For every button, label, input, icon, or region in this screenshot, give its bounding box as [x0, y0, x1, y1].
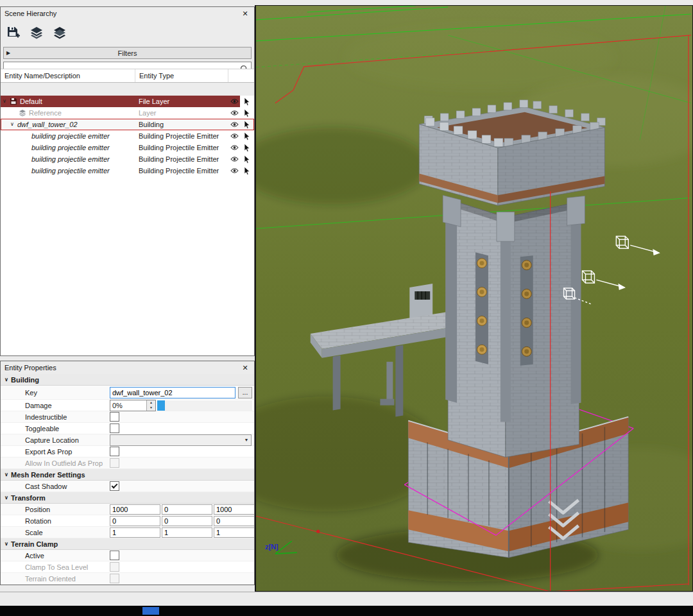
property-row-cast-shadow: Cast Shadow — [1, 481, 254, 492]
terrain-oriented-checkbox — [110, 574, 119, 583]
chevron-down-icon: ▼ — [242, 438, 251, 442]
tree-row-reference[interactable]: Reference Layer — [1, 107, 254, 119]
damage-slider[interactable] — [157, 400, 252, 411]
filters-expander-icon[interactable]: ▶ — [6, 51, 10, 56]
property-row-toggleable: Toggleable — [1, 423, 254, 434]
remove-layer-icon[interactable] — [52, 25, 67, 40]
row-name: building projectile emitter — [30, 144, 110, 151]
tree-column-headers[interactable]: Entity Name/Description Entity Type — [1, 69, 254, 83]
chevron-down-icon[interactable]: ∨ — [1, 99, 8, 104]
visibility-eye-icon[interactable] — [228, 107, 240, 119]
visibility-eye-icon[interactable] — [228, 165, 240, 176]
section-transform[interactable]: ∨ Transform — [1, 492, 254, 504]
tree-row-projectile-emitter[interactable]: building projectile emitter Building Pro… — [1, 153, 254, 165]
tree-row-projectile-emitter[interactable]: building projectile emitter Building Pro… — [1, 165, 254, 176]
key-input[interactable] — [110, 387, 235, 398]
property-label: Toggleable — [1, 425, 110, 432]
chevron-down-icon[interactable]: ∨ — [2, 472, 11, 477]
rotation-z-field[interactable] — [214, 516, 254, 526]
export-as-prop-checkbox[interactable] — [110, 447, 119, 456]
section-label: Transform — [11, 494, 46, 502]
property-label: Active — [1, 552, 110, 560]
property-row-indestructible: Indestructible — [1, 411, 254, 423]
tower-shaft — [443, 195, 585, 457]
section-label: Terrain Clamp — [11, 540, 58, 548]
slider-thumb[interactable] — [157, 400, 165, 411]
visibility-eye-icon[interactable] — [228, 119, 240, 130]
entity-properties-titlebar[interactable]: Entity Properties ✕ — [1, 361, 254, 375]
select-cursor-icon[interactable] — [240, 130, 254, 142]
scene-hierarchy-titlebar[interactable]: Scene Hierarchy ✕ — [1, 7, 254, 21]
more-button[interactable]: ... — [238, 387, 252, 398]
row-type: Building Projectile Emitter — [135, 142, 228, 153]
allow-outfield-checkbox — [110, 458, 119, 468]
chevron-down-icon[interactable]: ∨ — [8, 122, 16, 127]
close-icon[interactable]: ✕ — [240, 364, 250, 372]
visibility-eye-icon[interactable] — [228, 153, 240, 165]
position-z-field[interactable] — [214, 504, 254, 515]
select-cursor-icon[interactable] — [240, 107, 254, 119]
rotation-y-field[interactable] — [162, 516, 212, 526]
property-row-key: Key ... — [1, 386, 254, 400]
property-row-allow-outfield: Allow In Outfield As Prop — [1, 458, 254, 469]
property-label: Indestructible — [1, 413, 110, 421]
terrain-active-checkbox[interactable] — [110, 551, 119, 560]
position-x-field[interactable] — [110, 504, 160, 515]
cast-shadow-checkbox[interactable] — [110, 481, 119, 491]
visibility-eye-icon[interactable] — [228, 130, 240, 142]
property-row-scale: Scale — [1, 527, 254, 538]
tree-row-dwf-wall-tower[interactable]: ∨ dwf_wall_tower_02 Building — [1, 119, 254, 130]
visibility-eye-icon[interactable] — [228, 96, 240, 107]
section-label: Mesh Render Settings — [11, 471, 85, 479]
chevron-down-icon[interactable]: ∨ — [2, 377, 11, 382]
property-label: Capture Location — [1, 436, 110, 444]
spin-down-icon[interactable]: ▼ — [147, 406, 155, 411]
file-layer-icon — [8, 98, 19, 105]
tree-row-default[interactable]: ∨ Default File Layer — [1, 96, 254, 107]
column-header-type[interactable]: Entity Type — [135, 69, 228, 82]
row-type: Building Projectile Emitter — [135, 130, 228, 142]
chevron-down-icon[interactable]: ∨ — [2, 542, 11, 547]
scale-x-field[interactable] — [110, 527, 160, 538]
indestructible-checkbox[interactable] — [110, 412, 119, 422]
chevron-down-icon[interactable]: ∨ — [2, 495, 11, 501]
tree-row-projectile-emitter[interactable]: building projectile emitter Building Pro… — [1, 130, 254, 142]
property-row-clamp-sea-level: Clamp To Sea Level — [1, 561, 254, 573]
filters-bar[interactable]: ▶ Filters — [3, 47, 252, 59]
select-cursor-icon[interactable] — [240, 96, 254, 107]
select-cursor-icon[interactable] — [240, 119, 254, 130]
property-row-damage: Damage 0% ▲ ▼ — [1, 400, 254, 411]
spin-up-icon[interactable]: ▲ — [147, 400, 155, 406]
scale-y-field[interactable] — [162, 527, 212, 538]
rotation-x-field[interactable] — [110, 516, 160, 526]
column-header-name[interactable]: Entity Name/Description — [1, 69, 135, 82]
select-cursor-icon[interactable] — [240, 153, 254, 165]
hierarchy-toolbar-area: ▶ Filters — [1, 20, 254, 96]
add-layer-icon[interactable] — [29, 25, 44, 40]
row-type: File Layer — [135, 96, 228, 107]
tree-row-projectile-emitter[interactable]: building projectile emitter Building Pro… — [1, 142, 254, 153]
hierarchy-toolbar — [1, 20, 254, 46]
close-icon[interactable]: ✕ — [240, 10, 250, 18]
section-building[interactable]: ∨ Building — [1, 374, 254, 386]
section-terrain-clamp[interactable]: ∨ Terrain Clamp — [1, 538, 254, 550]
3d-viewport[interactable]: z[N] — [255, 5, 693, 592]
section-mesh-render-settings[interactable]: ∨ Mesh Render Settings — [1, 469, 254, 481]
toggleable-checkbox[interactable] — [110, 424, 119, 433]
row-name: building projectile emitter — [30, 132, 110, 140]
taskbar[interactable] — [0, 606, 693, 616]
select-cursor-icon[interactable] — [240, 165, 254, 176]
property-label: Clamp To Sea Level — [1, 563, 110, 571]
property-label: Terrain Oriented — [1, 575, 110, 583]
damage-spinner[interactable]: 0% ▲ ▼ — [110, 400, 156, 411]
row-name: Default — [19, 98, 42, 105]
property-label: Allow In Outfield As Prop — [1, 459, 110, 467]
status-strip — [0, 592, 693, 606]
select-cursor-icon[interactable] — [240, 142, 254, 153]
visibility-eye-icon[interactable] — [228, 142, 240, 153]
position-y-field[interactable] — [162, 504, 212, 515]
taskbar-item[interactable] — [142, 607, 159, 615]
new-file-layer-icon[interactable] — [6, 25, 21, 40]
scale-z-field[interactable] — [214, 527, 254, 538]
capture-location-dropdown[interactable]: ▼ — [110, 434, 252, 446]
